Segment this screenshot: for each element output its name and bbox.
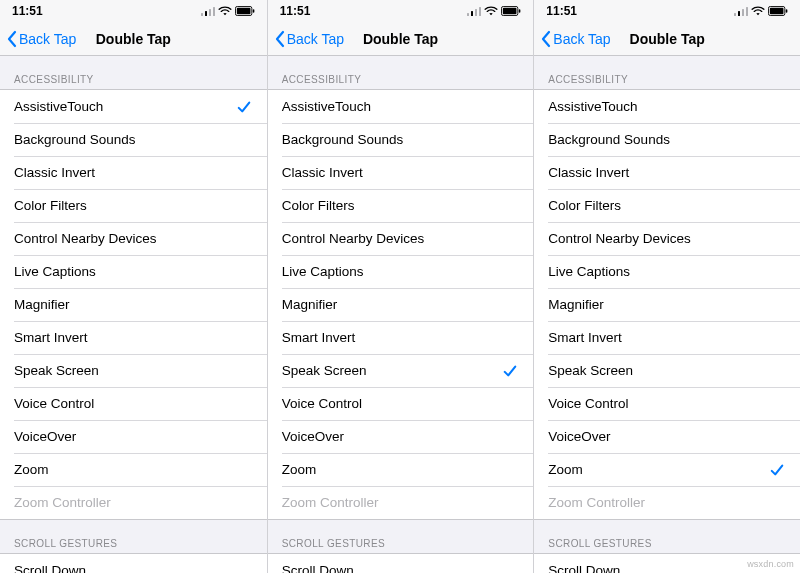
status-time: 11:51 <box>12 4 43 18</box>
pane-0: 11:51Back TapDouble TapACCESSIBILITYAssi… <box>0 0 267 573</box>
row-label: Color Filters <box>14 198 87 213</box>
row-voiceover[interactable]: VoiceOver <box>0 420 267 453</box>
status-icons <box>201 6 255 16</box>
svg-rect-15 <box>738 11 740 16</box>
wifi-icon <box>218 6 232 16</box>
row-label: Voice Control <box>548 396 628 411</box>
row-speak-screen[interactable]: Speak Screen <box>0 354 267 387</box>
section-header-accessibility: ACCESSIBILITY <box>0 56 267 89</box>
svg-rect-8 <box>471 11 473 16</box>
nav-bar: Back TapDouble Tap <box>0 22 267 56</box>
row-voiceover[interactable]: VoiceOver <box>534 420 800 453</box>
row-label: Zoom Controller <box>548 495 645 510</box>
row-classic-invert[interactable]: Classic Invert <box>534 156 800 189</box>
back-button[interactable]: Back Tap <box>274 30 344 48</box>
row-label: Voice Control <box>14 396 94 411</box>
row-live-captions[interactable]: Live Captions <box>534 255 800 288</box>
watermark-text: wsxdn.com <box>747 559 794 569</box>
row-magnifier[interactable]: Magnifier <box>0 288 267 321</box>
row-smart-invert[interactable]: Smart Invert <box>534 321 800 354</box>
row-background-sounds[interactable]: Background Sounds <box>268 123 534 156</box>
accessibility-list: AssistiveTouchBackground SoundsClassic I… <box>0 89 267 520</box>
status-bar: 11:51 <box>0 0 267 22</box>
row-live-captions[interactable]: Live Captions <box>268 255 534 288</box>
nav-title: Double Tap <box>363 31 438 47</box>
row-zoom-controller: Zoom Controller <box>534 486 800 519</box>
row-label: Control Nearby Devices <box>282 231 425 246</box>
svg-rect-0 <box>201 13 203 16</box>
row-background-sounds[interactable]: Background Sounds <box>0 123 267 156</box>
row-scroll-down[interactable]: Scroll Down <box>268 554 534 573</box>
content-scroll[interactable]: ACCESSIBILITYAssistiveTouchBackground So… <box>268 56 534 573</box>
status-icons <box>734 6 788 16</box>
row-assistive-touch[interactable]: AssistiveTouch <box>534 90 800 123</box>
row-zoom-controller: Zoom Controller <box>268 486 534 519</box>
back-label: Back Tap <box>287 31 344 47</box>
row-smart-invert[interactable]: Smart Invert <box>268 321 534 354</box>
row-live-captions[interactable]: Live Captions <box>0 255 267 288</box>
row-magnifier[interactable]: Magnifier <box>268 288 534 321</box>
row-voice-control[interactable]: Voice Control <box>268 387 534 420</box>
row-label: Scroll Down <box>548 563 620 573</box>
row-label: Color Filters <box>548 198 621 213</box>
content-scroll[interactable]: ACCESSIBILITYAssistiveTouchBackground So… <box>534 56 800 573</box>
row-label: Zoom Controller <box>14 495 111 510</box>
row-label: AssistiveTouch <box>14 99 103 114</box>
section-header-accessibility: ACCESSIBILITY <box>534 56 800 89</box>
row-label: Classic Invert <box>14 165 95 180</box>
back-label: Back Tap <box>19 31 76 47</box>
svg-rect-3 <box>213 7 215 16</box>
svg-rect-17 <box>746 7 748 16</box>
row-color-filters[interactable]: Color Filters <box>268 189 534 222</box>
row-control-nearby[interactable]: Control Nearby Devices <box>534 222 800 255</box>
selected-check <box>770 463 786 477</box>
row-label: Speak Screen <box>14 363 99 378</box>
selected-check <box>503 364 519 378</box>
row-smart-invert[interactable]: Smart Invert <box>0 321 267 354</box>
row-control-nearby[interactable]: Control Nearby Devices <box>0 222 267 255</box>
selected-check <box>237 100 253 114</box>
row-assistive-touch[interactable]: AssistiveTouch <box>0 90 267 123</box>
row-magnifier[interactable]: Magnifier <box>534 288 800 321</box>
row-label: Background Sounds <box>14 132 136 147</box>
row-speak-screen[interactable]: Speak Screen <box>534 354 800 387</box>
row-background-sounds[interactable]: Background Sounds <box>534 123 800 156</box>
row-color-filters[interactable]: Color Filters <box>534 189 800 222</box>
row-label: VoiceOver <box>282 429 344 444</box>
content-scroll[interactable]: ACCESSIBILITYAssistiveTouchBackground So… <box>0 56 267 573</box>
chevron-left-icon <box>6 30 18 48</box>
row-classic-invert[interactable]: Classic Invert <box>268 156 534 189</box>
nav-bar: Back TapDouble Tap <box>534 22 800 56</box>
row-voice-control[interactable]: Voice Control <box>0 387 267 420</box>
row-zoom[interactable]: Zoom <box>0 453 267 486</box>
row-control-nearby[interactable]: Control Nearby Devices <box>268 222 534 255</box>
back-button[interactable]: Back Tap <box>6 30 76 48</box>
wifi-icon <box>484 6 498 16</box>
row-label: Zoom <box>282 462 317 477</box>
row-label: Smart Invert <box>14 330 88 345</box>
row-label: Voice Control <box>282 396 362 411</box>
row-scroll-down[interactable]: Scroll Down <box>0 554 267 573</box>
row-assistive-touch[interactable]: AssistiveTouch <box>268 90 534 123</box>
svg-rect-7 <box>467 13 469 16</box>
pane-1: 11:51Back TapDouble TapACCESSIBILITYAssi… <box>267 0 534 573</box>
row-speak-screen[interactable]: Speak Screen <box>268 354 534 387</box>
svg-rect-13 <box>519 9 521 13</box>
row-label: Zoom <box>548 462 583 477</box>
back-button[interactable]: Back Tap <box>540 30 610 48</box>
row-zoom[interactable]: Zoom <box>268 453 534 486</box>
row-voiceover[interactable]: VoiceOver <box>268 420 534 453</box>
battery-icon <box>235 6 255 16</box>
checkmark-icon <box>770 463 784 477</box>
row-voice-control[interactable]: Voice Control <box>534 387 800 420</box>
battery-icon <box>501 6 521 16</box>
row-label: Live Captions <box>548 264 630 279</box>
row-label: Smart Invert <box>548 330 622 345</box>
chevron-left-icon <box>540 30 552 48</box>
row-label: Control Nearby Devices <box>548 231 691 246</box>
row-classic-invert[interactable]: Classic Invert <box>0 156 267 189</box>
row-label: Speak Screen <box>282 363 367 378</box>
section-header-accessibility: ACCESSIBILITY <box>268 56 534 89</box>
row-color-filters[interactable]: Color Filters <box>0 189 267 222</box>
row-zoom[interactable]: Zoom <box>534 453 800 486</box>
